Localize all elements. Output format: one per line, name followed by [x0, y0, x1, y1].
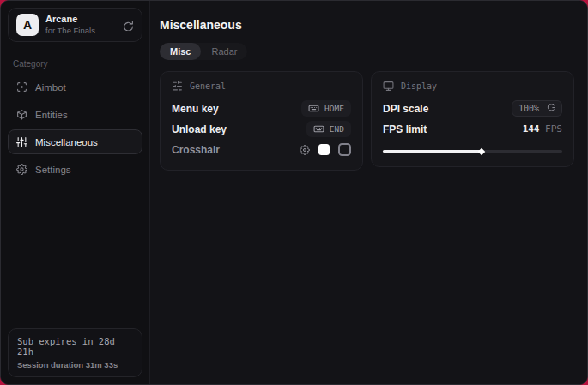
- sidebar-item-label: Settings: [35, 165, 71, 175]
- display-card: Display DPI scale 100% FPS limit: [371, 71, 574, 167]
- sidebar-item-miscellaneous[interactable]: Miscellaneous: [8, 129, 142, 154]
- keyboard-icon: [313, 123, 324, 135]
- sidebar: A Arcane for The Finals Category Aimbot: [1, 1, 150, 384]
- fps-number: 144: [523, 123, 540, 135]
- sidebar-item-settings[interactable]: Settings: [8, 157, 142, 182]
- keyboard-icon: [308, 103, 319, 114]
- brand-title: Arcane: [45, 14, 116, 26]
- sliders-icon: [16, 136, 27, 147]
- slider-fill: [383, 150, 482, 153]
- dpi-scale-value: 100%: [518, 104, 539, 113]
- slider-thumb[interactable]: [478, 147, 485, 154]
- crosshair-checkbox[interactable]: [338, 143, 351, 156]
- category-label: Category: [13, 59, 137, 69]
- sliders-horizontal-icon: [172, 81, 183, 92]
- dpi-scale-button[interactable]: 100%: [512, 100, 562, 117]
- fps-limit-label: FPS limit: [383, 123, 427, 135]
- sidebar-item-entities[interactable]: Entities: [8, 102, 142, 127]
- dpi-scale-row: DPI scale 100%: [383, 99, 562, 118]
- fps-limit-value: 144 FPS: [523, 123, 562, 135]
- fps-unit: FPS: [540, 123, 563, 135]
- menu-key-label: Menu key: [172, 103, 219, 115]
- unload-key-bind-button[interactable]: END: [306, 121, 351, 137]
- brand-card: A Arcane for The Finals: [8, 8, 142, 42]
- crosshair-scan-icon: [16, 81, 27, 93]
- display-card-title: Display: [401, 81, 437, 91]
- gear-icon: [16, 164, 27, 175]
- main-content: Miscellaneous Misc Radar General Menu ke…: [150, 1, 587, 384]
- general-card: General Menu key HOME Unload key: [160, 71, 363, 171]
- crosshair-label: Crosshair: [172, 144, 220, 156]
- brand-text: Arcane for The Finals: [45, 14, 116, 36]
- tab-radar[interactable]: Radar: [201, 43, 247, 60]
- tab-misc[interactable]: Misc: [160, 43, 201, 60]
- menu-key-value: HOME: [324, 104, 344, 113]
- sidebar-item-label: Miscellaneous: [35, 137, 98, 147]
- menu-key-row: Menu key HOME: [172, 99, 351, 118]
- fps-limit-row: FPS limit 144 FPS: [383, 119, 562, 139]
- unload-key-label: Unload key: [172, 123, 227, 135]
- crosshair-color-swatch[interactable]: [318, 144, 330, 155]
- crosshair-row: Crosshair: [172, 140, 351, 159]
- dpi-scale-label: DPI scale: [383, 103, 428, 115]
- rotate-icon: [546, 104, 555, 113]
- session-duration-text: Session duration 31m 33s: [17, 360, 133, 370]
- subscription-info-card: Sub expires in 28d 21h Session duration …: [8, 328, 142, 377]
- general-card-title: General: [190, 81, 226, 91]
- cube-icon: [16, 109, 27, 120]
- sidebar-nav: Aimbot Entities Miscellaneous: [1, 75, 149, 182]
- sidebar-item-label: Aimbot: [35, 82, 66, 93]
- menu-key-bind-button[interactable]: HOME: [301, 100, 351, 117]
- refresh-icon[interactable]: [123, 20, 134, 31]
- brand-logo: A: [16, 14, 39, 36]
- unload-key-row: Unload key END: [172, 119, 351, 139]
- brand-subtitle: for The Finals: [45, 26, 116, 36]
- monitor-icon: [383, 81, 394, 92]
- sidebar-item-label: Entities: [35, 110, 68, 120]
- tab-bar: Misc Radar: [160, 43, 247, 60]
- crosshair-settings-gear-icon[interactable]: [300, 145, 310, 155]
- cards-row: General Menu key HOME Unload key: [160, 71, 574, 171]
- unload-key-value: END: [330, 124, 344, 134]
- sidebar-item-aimbot[interactable]: Aimbot: [8, 75, 142, 99]
- fps-limit-slider[interactable]: [383, 146, 562, 156]
- display-card-header: Display: [383, 81, 562, 92]
- crosshair-controls: [300, 143, 351, 156]
- page-title: Miscellaneous: [160, 18, 574, 32]
- sub-expiry-text: Sub expires in 28d 21h: [17, 336, 133, 357]
- app-window: A Arcane for The Finals Category Aimbot: [0, 0, 588, 385]
- general-card-header: General: [172, 81, 351, 92]
